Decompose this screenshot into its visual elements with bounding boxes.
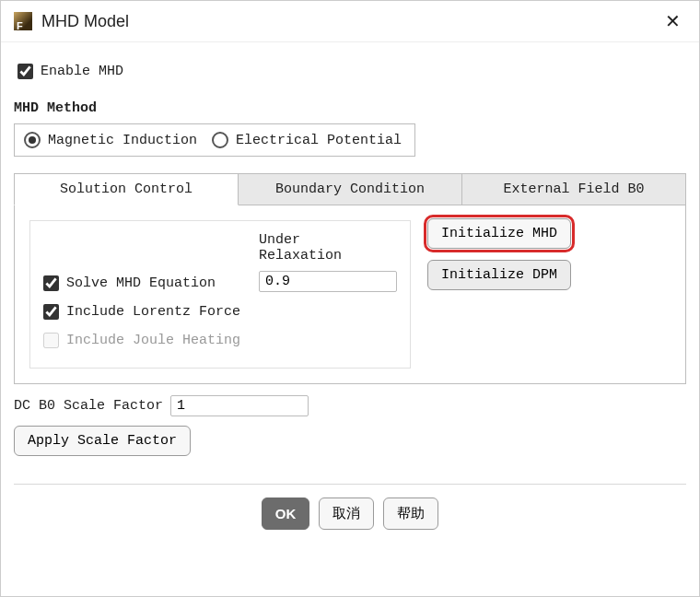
scale-factor-label: DC B0 Scale Factor [14, 398, 163, 414]
solve-mhd-label: Solve MHD Equation [66, 275, 216, 291]
solution-options-group: Solve MHD Equation Include Lorentz Force… [29, 220, 411, 369]
radio-magnetic-induction[interactable]: Magnetic Induction [24, 132, 197, 148]
tab-external-field-b0[interactable]: External Field B0 [462, 173, 686, 205]
under-relaxation-input[interactable] [259, 271, 397, 292]
lorentz-label: Include Lorentz Force [66, 304, 240, 320]
enable-mhd-checkbox[interactable]: Enable MHD [14, 61, 123, 82]
help-button[interactable]: 帮助 [383, 498, 438, 530]
radio-magnetic-label: Magnetic Induction [48, 133, 197, 148]
tab-solution-control[interactable]: Solution Control [14, 173, 239, 205]
scale-factor-input[interactable] [170, 395, 309, 416]
app-icon [14, 12, 32, 30]
initialize-dpm-button[interactable]: Initialize DPM [427, 260, 571, 290]
joule-input [43, 333, 59, 348]
method-radio-group: Magnetic Induction Electrical Potential [14, 123, 415, 157]
joule-checkbox: Include Joule Heating [40, 330, 240, 351]
enable-mhd-label: Enable MHD [41, 64, 123, 79]
dialog-footer: OK 取消 帮助 [1, 485, 699, 537]
apply-scale-factor-button[interactable]: Apply Scale Factor [14, 426, 191, 456]
tab-boundary-condition[interactable]: Boundary Condition [239, 173, 462, 205]
initialize-mhd-button[interactable]: Initialize MHD [427, 218, 571, 249]
tabs: Solution Control Boundary Condition Exte… [14, 173, 686, 205]
enable-mhd-input[interactable] [18, 64, 33, 79]
radio-electrical-potential[interactable]: Electrical Potential [212, 132, 402, 148]
cancel-button[interactable]: 取消 [319, 498, 374, 530]
lorentz-checkbox[interactable]: Include Lorentz Force [40, 301, 240, 322]
close-icon[interactable]: ✕ [659, 8, 686, 34]
radio-empty-icon [212, 132, 228, 148]
tab-panel-solution-control: Solve MHD Equation Include Lorentz Force… [14, 205, 686, 384]
radio-dot-icon [24, 132, 41, 148]
method-section-label: MHD Method [14, 100, 686, 116]
ok-button[interactable]: OK [262, 498, 310, 530]
lorentz-input[interactable] [43, 304, 59, 320]
radio-electrical-label: Electrical Potential [236, 133, 402, 148]
solve-mhd-input[interactable] [43, 275, 59, 291]
solve-mhd-checkbox[interactable]: Solve MHD Equation [40, 273, 240, 294]
window-title: MHD Model [41, 12, 659, 31]
titlebar: MHD Model ✕ [1, 1, 699, 42]
joule-label: Include Joule Heating [66, 333, 240, 348]
dialog-content: Enable MHD MHD Method Magnetic Induction… [1, 42, 699, 456]
under-relaxation-label: Under Relaxation [259, 232, 397, 263]
